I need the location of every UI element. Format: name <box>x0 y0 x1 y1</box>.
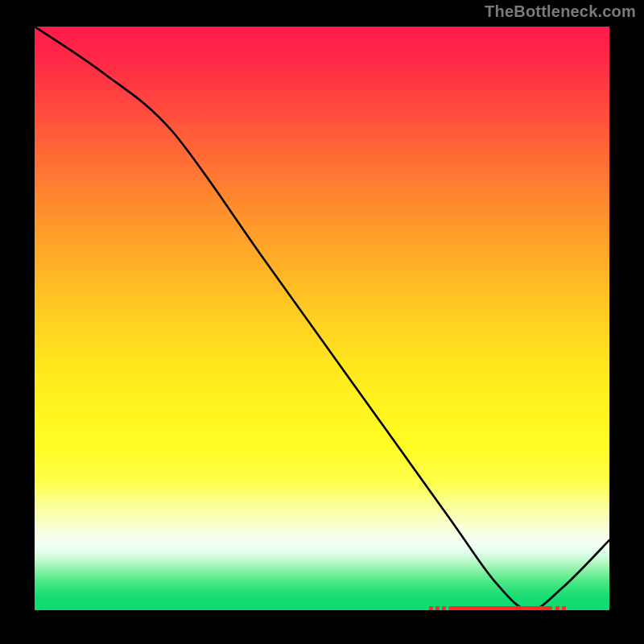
watermark-label: TheBottleneck.com <box>485 2 636 21</box>
bottleneck-curve <box>35 27 609 610</box>
chart-frame: TheBottleneck.com <box>0 0 644 644</box>
plot-area <box>30 22 614 615</box>
